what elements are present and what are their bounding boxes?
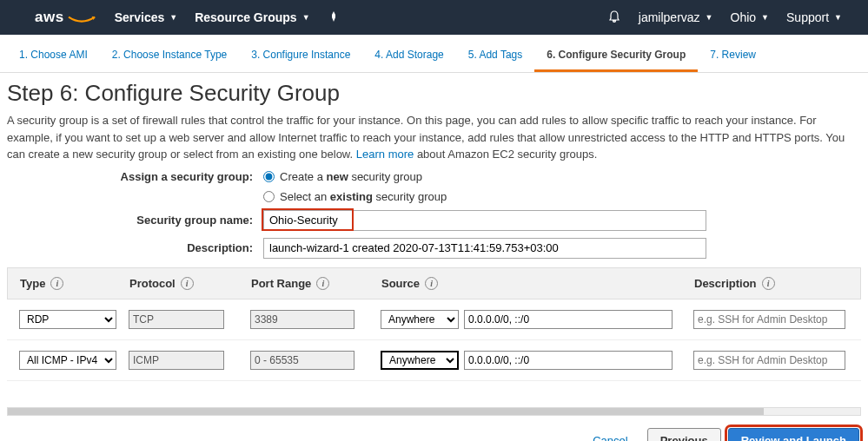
caret-down-icon: ▼ bbox=[302, 13, 310, 22]
tab-choose-ami[interactable]: 1. Choose AMI bbox=[7, 43, 100, 72]
aws-logo-text: aws bbox=[35, 9, 64, 26]
rule-protocol-input bbox=[129, 310, 224, 329]
tab-review[interactable]: 7. Review bbox=[698, 43, 768, 72]
rule-row: RDP Anywhere bbox=[7, 299, 861, 340]
info-icon[interactable]: i bbox=[50, 277, 63, 290]
rule-type-select[interactable]: RDP bbox=[19, 310, 116, 329]
horizontal-scrollbar[interactable] bbox=[7, 407, 861, 416]
page-title: Step 6: Configure Security Group bbox=[7, 80, 861, 107]
info-icon[interactable]: i bbox=[181, 277, 194, 290]
nav-resource-groups[interactable]: Resource Groups▼ bbox=[195, 10, 309, 24]
previous-button[interactable]: Previous bbox=[647, 428, 721, 442]
assign-label: Assign a security group: bbox=[7, 170, 263, 183]
nav-services[interactable]: Services▼ bbox=[115, 10, 178, 24]
bell-icon[interactable] bbox=[607, 10, 621, 26]
rule-source-input[interactable] bbox=[464, 351, 673, 370]
sg-desc-label: Description: bbox=[7, 241, 263, 254]
rule-type-select[interactable]: All ICMP - IPv4 bbox=[19, 351, 116, 370]
rule-desc-input[interactable] bbox=[693, 310, 845, 329]
info-icon[interactable]: i bbox=[316, 277, 329, 290]
rule-source-select[interactable]: Anywhere bbox=[381, 310, 459, 329]
sg-desc-input[interactable] bbox=[263, 238, 706, 259]
rule-desc-input[interactable] bbox=[693, 351, 845, 370]
radio-select-existing[interactable] bbox=[263, 191, 275, 202]
col-source-header: Source bbox=[381, 277, 420, 290]
nav-support[interactable]: Support▼ bbox=[786, 10, 842, 24]
caret-down-icon: ▼ bbox=[834, 13, 842, 22]
rule-port-input bbox=[250, 310, 354, 329]
footer-actions: Cancel Previous Review and Launch bbox=[0, 416, 868, 442]
radio-select-existing-label: Select an existing security group bbox=[280, 190, 447, 203]
rule-row: All ICMP - IPv4 Anywhere bbox=[7, 340, 861, 381]
pin-icon[interactable] bbox=[328, 10, 340, 25]
radio-create-new-label: Create a new security group bbox=[280, 170, 422, 183]
rule-source-select[interactable]: Anywhere bbox=[381, 351, 459, 370]
caret-down-icon: ▼ bbox=[169, 13, 177, 22]
tab-add-storage[interactable]: 4. Add Storage bbox=[362, 43, 455, 72]
learn-more-link[interactable]: Learn more bbox=[356, 148, 414, 161]
col-port-header: Port Range bbox=[251, 277, 311, 290]
top-nav: aws Services▼ Resource Groups▼ jamilperv… bbox=[0, 0, 868, 35]
aws-logo[interactable]: aws bbox=[35, 9, 97, 26]
review-and-launch-button[interactable]: Review and Launch bbox=[728, 428, 859, 442]
aws-smile-icon bbox=[66, 16, 97, 24]
col-protocol-header: Protocol bbox=[129, 277, 176, 290]
caret-down-icon: ▼ bbox=[706, 13, 713, 22]
cancel-button[interactable]: Cancel bbox=[580, 429, 639, 442]
col-desc-header: Description bbox=[694, 277, 757, 290]
nav-region[interactable]: Ohio▼ bbox=[731, 10, 770, 24]
page-description: A security group is a set of firewall ru… bbox=[7, 112, 861, 163]
rule-source-input[interactable] bbox=[464, 310, 673, 329]
main-content: Step 6: Configure Security Group A secur… bbox=[0, 73, 868, 416]
scrollbar-thumb[interactable] bbox=[8, 408, 764, 415]
nav-user[interactable]: jamilpervaz▼ bbox=[639, 10, 713, 24]
sg-name-label: Security group name: bbox=[7, 214, 263, 227]
col-type-header: Type bbox=[20, 277, 45, 290]
tab-add-tags[interactable]: 5. Add Tags bbox=[456, 43, 535, 72]
radio-create-new[interactable] bbox=[263, 171, 275, 182]
info-icon[interactable]: i bbox=[762, 277, 775, 290]
tab-configure-security-group[interactable]: 6. Configure Security Group bbox=[534, 43, 698, 72]
caret-down-icon: ▼ bbox=[761, 13, 769, 22]
tab-choose-instance-type[interactable]: 2. Choose Instance Type bbox=[100, 43, 240, 72]
rule-protocol-input bbox=[129, 351, 224, 370]
wizard-tabs: 1. Choose AMI 2. Choose Instance Type 3.… bbox=[0, 35, 868, 73]
rules-header-row: Typei Protocoli Port Rangei Sourcei Desc… bbox=[7, 267, 861, 299]
tab-configure-instance[interactable]: 3. Configure Instance bbox=[239, 43, 362, 72]
sg-name-input[interactable] bbox=[263, 210, 706, 231]
info-icon[interactable]: i bbox=[425, 277, 438, 290]
rule-port-input bbox=[250, 351, 354, 370]
